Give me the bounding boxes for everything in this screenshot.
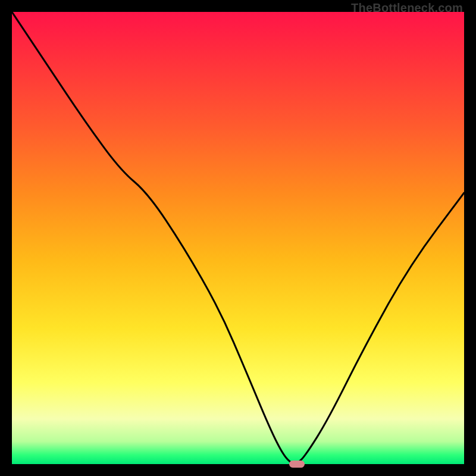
plot-area — [12, 12, 464, 464]
curve-path — [12, 12, 464, 464]
bottleneck-curve — [12, 12, 464, 464]
chart-frame: TheBottleneck.com — [0, 0, 476, 476]
optimal-marker — [289, 461, 305, 468]
watermark-text: TheBottleneck.com — [351, 1, 463, 15]
